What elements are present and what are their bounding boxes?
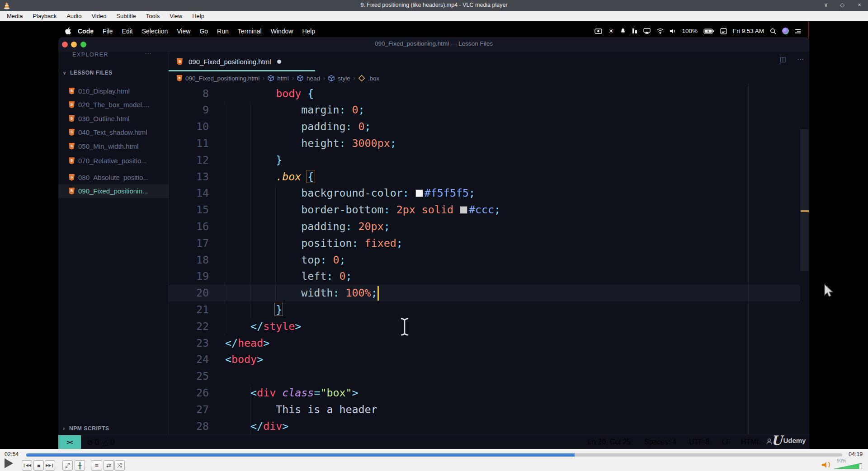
- volume-slider[interactable]: [833, 463, 862, 469]
- file-item-030-outline-html[interactable]: 5030_Outline.html: [58, 112, 169, 126]
- breadcrumb-file[interactable]: 090_Fixed_positioning.html: [185, 75, 259, 82]
- file-item-080-absolute-positio-[interactable]: 5080_Absolute_positio...: [58, 170, 169, 184]
- volume-speaker-icon[interactable]: [822, 462, 828, 468]
- text-caret: [377, 286, 379, 301]
- mac-menu-edit[interactable]: Edit: [118, 28, 137, 35]
- sidebar-section-npm-scripts[interactable]: › NPM SCRIPTS: [63, 425, 109, 432]
- seek-bar-progress: [26, 453, 575, 457]
- file-item-090-fixed-positionin-[interactable]: 5090_Fixed_positionin...: [58, 184, 169, 198]
- indent-guide: [225, 102, 225, 335]
- ibeam-mouse-cursor: [400, 317, 410, 336]
- unsaved-changes-dot[interactable]: [277, 60, 281, 64]
- html5-file-icon: 5: [177, 58, 183, 65]
- siri-icon[interactable]: [782, 28, 789, 34]
- breadcrumb-head[interactable]: head: [307, 75, 320, 82]
- html5-file-icon: 5: [69, 188, 75, 194]
- vlc-menu-view[interactable]: View: [165, 11, 187, 21]
- brightness-icon[interactable]: ☀: [608, 27, 614, 35]
- vlc-menu-video[interactable]: Video: [86, 11, 111, 21]
- loop-button[interactable]: ⇄: [104, 460, 114, 471]
- volume-menubar-icon[interactable]: [670, 28, 676, 34]
- screen-record-icon[interactable]: [594, 28, 602, 34]
- vlc-close-button[interactable]: ×: [854, 1, 864, 8]
- breadcrumb-box[interactable]: .box: [368, 75, 380, 82]
- warning-count: 0: [110, 438, 114, 446]
- total-time: 04:19: [849, 451, 863, 457]
- remote-indicator[interactable]: ><: [58, 435, 81, 449]
- editor-ruler: [748, 84, 749, 435]
- breadcrumb[interactable]: 5 090_Fixed_positioning.html › html › he…: [177, 72, 379, 84]
- error-icon: ⊘: [87, 438, 93, 446]
- calendar-icon[interactable]: [720, 28, 727, 34]
- next-button[interactable]: ▶▶❙: [45, 460, 55, 471]
- file-name: 010_Display.html: [78, 87, 130, 95]
- battery-percent: 100%: [682, 28, 698, 34]
- vlc-menu-media[interactable]: Media: [2, 11, 28, 21]
- cursor-position-status[interactable]: Ln 20, Col 25: [588, 438, 631, 446]
- random-button[interactable]: ⤨: [114, 460, 125, 471]
- vlc-menu-tools[interactable]: Tools: [141, 11, 165, 21]
- html5-file-icon: 5: [69, 157, 75, 164]
- play-button[interactable]: [5, 458, 13, 468]
- mac-menu-run[interactable]: Run: [212, 28, 233, 35]
- fullscreen-button[interactable]: ⤢: [62, 460, 73, 471]
- active-tab-indicator: [169, 70, 315, 71]
- notification-center-icon[interactable]: [795, 28, 801, 34]
- wifi-icon[interactable]: [656, 28, 664, 34]
- eol-status[interactable]: LF: [722, 438, 731, 446]
- bell-icon[interactable]: [620, 28, 626, 34]
- stop-button[interactable]: ■: [33, 460, 44, 471]
- language-mode-status[interactable]: HTML: [741, 438, 761, 446]
- vlc-menu-help[interactable]: Help: [187, 11, 209, 21]
- indentation-status[interactable]: Spaces: 4: [644, 438, 676, 446]
- app-status-icon[interactable]: [632, 28, 637, 34]
- search-icon[interactable]: [770, 28, 776, 34]
- volume-slider-fill: [833, 463, 862, 469]
- mac-menu-selection[interactable]: Selection: [137, 28, 173, 35]
- file-item-010-display-html[interactable]: 5010_Display.html: [58, 84, 169, 98]
- vlc-menu-audio[interactable]: Audio: [61, 11, 86, 21]
- playlist-button[interactable]: ≡: [91, 460, 102, 471]
- menubar-clock[interactable]: Fri 9:53 AM: [733, 28, 764, 34]
- editor-more-actions-icon[interactable]: ⋯: [797, 55, 804, 63]
- mac-menu-file[interactable]: File: [98, 28, 118, 35]
- macos-status-icons: ☀ 100% Fri 9:53 AM: [594, 26, 801, 36]
- apple-icon: [65, 27, 71, 35]
- breadcrumb-style[interactable]: style: [338, 75, 350, 82]
- breadcrumb-html[interactable]: html: [277, 75, 289, 82]
- split-editor-icon[interactable]: ◫: [780, 55, 786, 63]
- editor-scrollbar[interactable]: [800, 129, 809, 271]
- mac-menu-code[interactable]: Code: [73, 28, 98, 35]
- mac-menu-help[interactable]: Help: [297, 28, 320, 35]
- mac-menu-go[interactable]: Go: [195, 28, 212, 35]
- video-display-area[interactable]: Code FileEditSelectionViewGoRunTerminalW…: [0, 21, 868, 449]
- file-item-020-the-box-model-[interactable]: 5020_The_box_model....: [58, 98, 169, 112]
- html5-file-icon: 5: [69, 143, 75, 150]
- encoding-status[interactable]: UTF-8: [689, 438, 709, 446]
- vlc-maximize-button[interactable]: ◇: [837, 1, 847, 8]
- file-name: 090_Fixed_positionin...: [78, 187, 148, 195]
- file-item-070-relative-positio-[interactable]: 5070_Relative_positio...: [58, 154, 169, 168]
- error-count: 0: [95, 438, 99, 446]
- file-item-040-text-shadow-html[interactable]: 5040_Text_shadow.html: [58, 126, 169, 140]
- npm-scripts-label: NPM SCRIPTS: [69, 425, 109, 432]
- sidebar-section-lesson-files[interactable]: ∨ LESSON FILES: [63, 70, 113, 76]
- vlc-menu-subtitle[interactable]: Subtitle: [111, 11, 141, 21]
- mac-menu-view[interactable]: View: [172, 28, 195, 35]
- airplay-icon[interactable]: [643, 28, 651, 34]
- vlc-menu-playback[interactable]: Playback: [28, 11, 61, 21]
- symbol-class-icon: [359, 75, 365, 82]
- problems-status[interactable]: ⊘ 0 △ 0: [87, 438, 114, 447]
- elapsed-time: 02:54: [5, 451, 19, 457]
- previous-button[interactable]: ❙◀◀: [22, 460, 32, 471]
- explorer-more-actions-icon[interactable]: ⋯: [145, 50, 152, 58]
- html5-file-icon: 5: [69, 101, 75, 108]
- mac-menu-window[interactable]: Window: [266, 28, 298, 35]
- extended-settings-button[interactable]: ╫: [75, 460, 85, 471]
- chevron-down-icon: ∨: [63, 71, 66, 75]
- tab-090-fixed-positioning[interactable]: 5 090_Fixed_positioning.html: [169, 52, 315, 71]
- mac-menu-terminal[interactable]: Terminal: [233, 28, 266, 35]
- file-item-050-min-width-html[interactable]: 5050_Min_width.html: [58, 139, 169, 153]
- vlc-minimize-button[interactable]: ∨: [821, 1, 831, 8]
- html5-file-icon: 5: [69, 88, 75, 94]
